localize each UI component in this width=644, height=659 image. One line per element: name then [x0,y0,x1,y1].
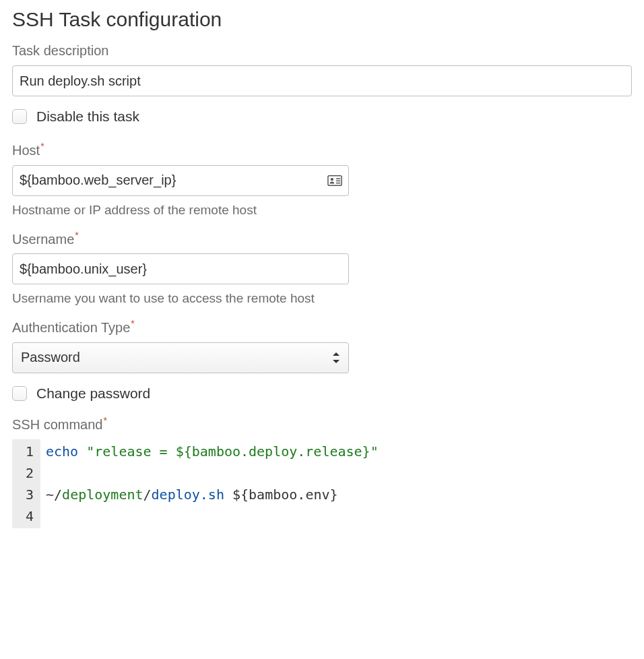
gutter-line-number: 4 [18,505,34,527]
host-label: Host* [12,141,632,158]
code-line [46,462,379,484]
code-lines: echo "release = ${bamboo.deploy.release}… [40,439,384,528]
host-input-wrap [12,165,349,196]
required-asterisk: * [104,415,107,426]
ssh-task-config-form: SSH Task configuration Task description … [0,0,644,554]
host-label-text: Host [12,143,40,158]
ssh-command-label-text: SSH command [12,417,103,432]
username-label-text: Username [12,231,74,246]
code-line [46,505,379,527]
disable-task-label: Disable this task [36,108,139,125]
field-task-description: Task description [12,43,632,96]
disable-task-checkbox[interactable] [12,109,27,124]
code-line: echo "release = ${bamboo.deploy.release}… [46,441,379,462]
username-help-text: Username you want to use to access the r… [12,291,632,306]
host-input[interactable] [12,165,349,196]
code-line: ~/deployment/deploy.sh ${bamboo.env} [46,484,379,505]
auth-type-select-wrap: Password [12,342,349,373]
auth-type-select-value: Password [21,350,80,365]
change-password-checkbox[interactable] [12,386,27,401]
page-title: SSH Task configuration [12,8,632,31]
task-description-input[interactable] [12,65,632,96]
username-label: Username* [12,230,632,247]
ssh-command-editor[interactable]: 1234 echo "release = ${bamboo.deploy.rel… [12,439,632,528]
field-username: Username* Username you want to use to ac… [12,230,632,307]
required-asterisk: * [75,230,78,241]
required-asterisk: * [40,141,44,152]
change-password-label: Change password [36,385,150,402]
change-password-row: Change password [12,385,632,402]
field-auth-type: Authentication Type* Password [12,318,632,373]
field-host: Host* Hostname or IP address of the remo… [12,141,632,218]
auth-type-select[interactable]: Password [12,342,349,373]
task-description-input-wrap [12,65,632,96]
required-asterisk: * [131,318,134,329]
ssh-command-label: SSH command* [12,415,632,433]
username-input[interactable] [12,253,349,284]
gutter-line-number: 1 [18,441,34,462]
gutter-line-number: 2 [18,462,34,484]
username-input-wrap [12,253,349,284]
task-description-label: Task description [12,43,632,59]
auth-type-label: Authentication Type* [12,318,632,336]
code-gutter: 1234 [12,439,40,528]
disable-task-row: Disable this task [12,108,632,125]
gutter-line-number: 3 [18,484,34,505]
auth-type-label-text: Authentication Type [12,320,130,335]
host-help-text: Hostname or IP address of the remote hos… [12,203,632,218]
field-ssh-command: SSH command* 1234 echo "release = ${bamb… [12,415,632,528]
